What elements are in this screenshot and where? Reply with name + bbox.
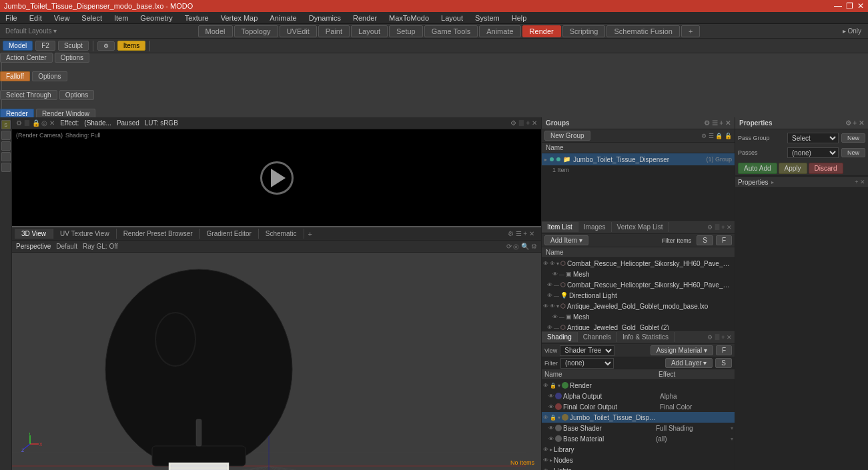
menu-file[interactable]: File <box>3 14 20 22</box>
shader-row-alpha[interactable]: 👁 Alpha Output Alpha <box>542 391 735 401</box>
tool-icon-4[interactable] <box>1 152 11 161</box>
shading-tab-info[interactable]: Info & Statistics <box>617 332 675 342</box>
menu-view[interactable]: View <box>51 14 73 22</box>
tab-scripting[interactable]: Scripting <box>562 25 606 37</box>
toolbar-sculpt-btn[interactable]: Sculpt <box>58 41 89 51</box>
add-layer-btn[interactable]: Add Layer ▾ <box>665 358 713 368</box>
title-controls[interactable]: — ❐ ✕ <box>834 1 864 11</box>
tab-plus[interactable]: + <box>681 25 700 37</box>
toolbar-falloff-btn[interactable]: Falloff <box>0 71 30 81</box>
shading-filter-select[interactable]: (none) <box>560 358 614 369</box>
vp-tab-schematic[interactable]: Schematic <box>259 229 304 239</box>
groups-toolbar-icons[interactable]: ⚙ ☰ 🔒 🔓 <box>701 133 732 139</box>
shader-expand-render[interactable]: ▾ <box>558 383 560 389</box>
auto-add-btn[interactable]: Auto Add <box>738 163 777 174</box>
menu-edit[interactable]: Edit <box>27 14 45 22</box>
expand-6[interactable]: — <box>554 325 559 331</box>
menu-vertex-map[interactable]: Vertex Map <box>218 14 261 22</box>
menu-select[interactable]: Select <box>79 14 105 22</box>
shader-row-final[interactable]: 👁 Final Color Output Final Color <box>542 401 735 412</box>
vp-tab-gradient[interactable]: Gradient Editor <box>200 229 259 239</box>
assign-material-btn[interactable]: Assign Material ▾ <box>650 345 713 355</box>
pass-group-new-btn[interactable]: New <box>841 133 865 143</box>
props-icons[interactable]: + ✕ <box>855 179 865 185</box>
expand-2[interactable]: — <box>554 282 559 288</box>
tab-model[interactable]: Model <box>198 25 233 37</box>
new-group-btn[interactable]: New Group <box>544 131 590 141</box>
pass-group-select[interactable]: Select <box>787 133 839 143</box>
item-row-2[interactable]: 👁 — ⬡ Combat_Rescue_Helicopter_Sikorsky_… <box>542 279 735 290</box>
tool-icon-2[interactable] <box>1 131 11 140</box>
menu-geometry[interactable]: Geometry <box>137 14 175 22</box>
shader-row-scene[interactable]: 👁 🔒 ▾ Jumbo_Toilet_Tissue_Dispenser (2) … <box>542 412 735 423</box>
groups-icons[interactable]: ⚙ ☰ + ✕ <box>704 119 731 127</box>
viewport-3d[interactable]: X Y Z No Items Channels: 0 Deformers: ON… <box>12 253 541 470</box>
minimize-btn[interactable]: — <box>834 1 842 11</box>
expand-5[interactable]: — <box>559 314 564 320</box>
menu-render[interactable]: Render <box>350 14 380 22</box>
shading-tab-channels[interactable]: Channels <box>578 332 617 342</box>
tab-setup[interactable]: Setup <box>389 25 423 37</box>
vp-tab-3dview[interactable]: 3D View <box>15 229 53 239</box>
tab-topology[interactable]: Topology <box>234 25 278 37</box>
menu-maxtomodo[interactable]: MaxToModo <box>386 14 432 22</box>
vp-tab-plus[interactable]: + <box>304 229 316 239</box>
shader-expand-lib[interactable]: ▸ <box>550 447 552 453</box>
expand-4[interactable]: ▾ <box>556 303 559 309</box>
tool-icon-3[interactable] <box>1 141 11 151</box>
menu-dynamics[interactable]: Dynamics <box>306 14 344 22</box>
tab-layout[interactable]: Layout <box>351 25 388 37</box>
items-tab-list[interactable]: Item List <box>542 222 578 232</box>
menu-item[interactable]: Item <box>111 14 131 22</box>
expand-3[interactable]: — <box>554 293 559 299</box>
toolbar-select-through-btn[interactable]: Select Through <box>0 90 57 100</box>
toolbar-items-btn[interactable]: Items <box>117 41 145 51</box>
passes-new-btn[interactable]: New <box>841 148 865 157</box>
items-f-btn[interactable]: F <box>716 235 732 245</box>
shading-f-btn[interactable]: F <box>716 345 732 355</box>
shading-tab-shading[interactable]: Shading <box>542 332 578 342</box>
toolbar-options-btn[interactable]: Options <box>55 53 89 63</box>
menu-help[interactable]: Help <box>509 14 530 22</box>
menu-texture[interactable]: Texture <box>182 14 211 22</box>
menu-animate[interactable]: Animate <box>267 14 299 22</box>
properties-icons[interactable]: ⚙ + ✕ <box>845 119 864 127</box>
viewport-header-icons[interactable]: ⟳ ◎ 🔍 ⚙ <box>506 243 537 250</box>
layout-selector[interactable]: Default Layouts ▾ <box>3 27 59 35</box>
items-tab-images[interactable]: Images <box>578 222 612 232</box>
toolbar-options2-btn[interactable]: Options <box>32 71 67 81</box>
toolbar-action-center-btn[interactable]: Action Center <box>0 53 53 63</box>
expand-1[interactable]: — <box>559 271 564 277</box>
close-btn[interactable]: ✕ <box>857 1 864 11</box>
tab-game-tools[interactable]: Game Tools <box>424 25 478 37</box>
menu-layout[interactable]: Layout <box>438 14 466 22</box>
shader-expand-lights[interactable]: ▸ <box>550 468 552 471</box>
discard-btn[interactable]: Discard <box>809 163 843 174</box>
item-row-6[interactable]: 👁 — ⬡ Antique_Jeweled_Gold_Goblet (2) <box>542 322 735 330</box>
toolbar-model-btn[interactable]: Model <box>3 41 33 51</box>
tool-icon-1[interactable]: S <box>1 120 11 129</box>
toolbar-options3-btn[interactable]: Options <box>59 90 94 100</box>
maximize-btn[interactable]: ❐ <box>846 1 853 11</box>
item-row-4[interactable]: 👁 👁 ▾ ⬡ Antique_Jeweled_Gold_Goblet_modo… <box>542 301 735 311</box>
vp-icons-right[interactable]: ⚙ ☰ + ✕ <box>504 230 538 237</box>
shader-row-library[interactable]: 👁 ▸ Library <box>542 444 735 455</box>
shader-expand-scene[interactable]: ▾ <box>558 415 560 421</box>
tab-render[interactable]: Render <box>522 25 561 37</box>
toolbar-attrmod-btn[interactable]: ⚙ <box>97 41 115 51</box>
items-tab-vertex[interactable]: Vertex Map List <box>612 222 669 232</box>
shader-expand-nodes[interactable]: ▸ <box>550 457 552 463</box>
item-row-1[interactable]: 👁 — ▣ Mesh <box>542 269 735 279</box>
items-tab-icons[interactable]: ⚙ ☰ + ✕ <box>705 224 735 231</box>
passes-select[interactable]: (none) <box>787 147 839 158</box>
shading-s-btn[interactable]: S <box>715 358 732 368</box>
add-item-btn[interactable]: Add Item ▾ <box>544 235 588 245</box>
menu-system[interactable]: System <box>472 14 502 22</box>
play-button[interactable] <box>260 161 294 195</box>
tab-schematic-fusion[interactable]: Schematic Fusion <box>606 25 679 37</box>
item-row-3[interactable]: 👁 — 💡 Directional Light <box>542 290 735 301</box>
tab-uvedit[interactable]: UVEdit <box>280 25 317 37</box>
item-row-0[interactable]: 👁 👁 ▾ ⬡ Combat_Rescue_Helicopter_Sikorsk… <box>542 258 735 269</box>
tool-icon-5[interactable] <box>1 163 11 172</box>
shading-tab-icons[interactable]: ⚙ ☰ + ✕ <box>705 334 735 341</box>
